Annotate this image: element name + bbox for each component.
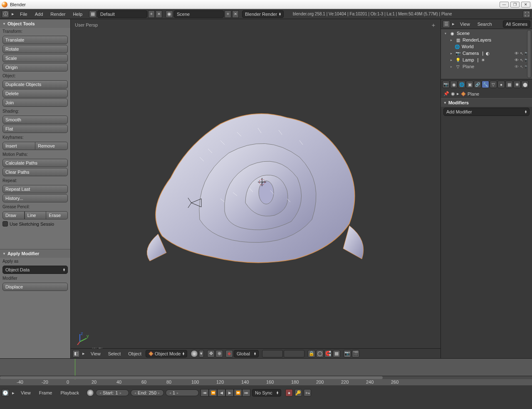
object-menu[interactable]: Object: [125, 350, 145, 357]
timeline-scrollbar[interactable]: [0, 376, 383, 379]
snap-type-icon[interactable]: ▦: [333, 350, 340, 357]
collapse-icon[interactable]: ▸: [81, 350, 87, 357]
keying-dropdown-icon[interactable]: 🗝: [304, 389, 311, 397]
menu-help[interactable]: Help: [69, 10, 86, 18]
close-button[interactable]: ✕: [521, 2, 530, 7]
play-button[interactable]: ▶: [225, 389, 234, 397]
smooth-button[interactable]: Smooth: [2, 116, 68, 124]
current-frame-field[interactable]: ◂1▸: [166, 389, 199, 396]
gp-erase-button[interactable]: Erase: [46, 211, 68, 219]
timeline-view-menu[interactable]: View: [17, 389, 34, 397]
autokey-icon[interactable]: ●: [285, 389, 293, 397]
gp-draw-button[interactable]: Draw: [2, 211, 25, 219]
marker-icon[interactable]: ⏱: [87, 389, 94, 397]
outliner-type-icon[interactable]: ☰: [443, 20, 450, 28]
scene-dropdown[interactable]: Scene: [174, 10, 224, 18]
remove-keyframe-button[interactable]: Remove: [35, 142, 68, 150]
delete-button[interactable]: Delete: [2, 89, 68, 98]
menu-render[interactable]: Render: [47, 10, 69, 18]
tab-object[interactable]: ▣: [466, 81, 473, 88]
outliner-filter-dropdown[interactable]: All Scenes: [503, 20, 530, 28]
tab-material[interactable]: ●: [497, 81, 505, 88]
minimize-button[interactable]: —: [500, 2, 509, 7]
lock-camera-icon[interactable]: 🔒: [308, 350, 315, 357]
origin-button[interactable]: Origin: [2, 63, 68, 71]
timeline-collapse-icon[interactable]: ▸: [11, 389, 16, 397]
jump-end-button[interactable]: ⏭: [242, 389, 250, 397]
opengl-render-icon[interactable]: 📷: [344, 350, 351, 357]
gp-line-button[interactable]: Line: [25, 211, 47, 219]
delete-scene-button[interactable]: ✕: [232, 10, 239, 18]
apply-modifier-header[interactable]: Apply Modifier: [0, 249, 70, 258]
layers-grid-2[interactable]: [284, 350, 304, 357]
keyframe-next-button[interactable]: ⏩: [234, 389, 242, 397]
sync-dropdown[interactable]: No Sync▴▾: [252, 389, 281, 397]
tab-physics[interactable]: ⬤: [521, 81, 529, 88]
orientation-dropdown[interactable]: Global▴▾: [234, 350, 259, 357]
collapse-menus-icon[interactable]: ▸: [10, 10, 16, 18]
delete-layout-button[interactable]: ✕: [156, 10, 162, 18]
keying-set-icon[interactable]: 🔑: [294, 389, 302, 397]
clear-paths-button[interactable]: Clear Paths: [2, 168, 68, 176]
jump-start-button[interactable]: ⏮: [200, 389, 209, 397]
start-frame-field[interactable]: ◂Start: 1▸: [96, 389, 129, 396]
pivot-individual-icon[interactable]: ⊕: [215, 350, 223, 357]
opengl-anim-icon[interactable]: 🎬: [352, 350, 359, 357]
manipulator-icon[interactable]: ◆: [225, 350, 233, 357]
play-reverse-button[interactable]: ◀: [217, 389, 225, 397]
apply-as-dropdown[interactable]: Object Data▴▾: [2, 266, 68, 274]
maximize-button[interactable]: ❐: [510, 2, 520, 7]
tab-particles[interactable]: ✱: [513, 81, 521, 88]
outliner-view-menu[interactable]: View: [457, 20, 473, 28]
outliner-lamp-row[interactable]: ▸💡Lamp|☀👁↖📷: [443, 57, 530, 63]
view-menu[interactable]: View: [87, 350, 104, 357]
tab-modifiers[interactable]: 🔧: [482, 81, 489, 88]
render-engine-dropdown[interactable]: Blender Render▴▾: [242, 10, 284, 18]
viewport-plus-icon[interactable]: ＋: [431, 22, 436, 29]
add-scene-button[interactable]: +: [225, 10, 231, 18]
select-menu[interactable]: Select: [105, 350, 124, 357]
timeline-type-icon[interactable]: 🕐: [2, 389, 9, 397]
tab-render[interactable]: 📷: [442, 81, 450, 88]
outliner-scene-row[interactable]: ▾◉Scene: [443, 30, 530, 37]
outliner-renderlayers-row[interactable]: ▸▥RenderLayers|: [443, 37, 530, 43]
shading-dropdown-icon[interactable]: ▾: [199, 350, 204, 357]
screen-layout-dropdown[interactable]: Default: [97, 10, 147, 18]
tab-scene[interactable]: ◉: [450, 81, 458, 88]
pin-icon[interactable]: 📌: [443, 91, 449, 96]
flat-button[interactable]: Flat: [2, 125, 68, 133]
rotate-button[interactable]: Rotate: [2, 45, 68, 53]
screen-layout-icon[interactable]: ▦: [89, 10, 97, 18]
menu-file[interactable]: File: [17, 10, 31, 18]
outliner-collapse-icon[interactable]: ▸: [451, 20, 456, 28]
add-modifier-dropdown[interactable]: Add Modifier▴▾: [443, 108, 530, 116]
layers-grid[interactable]: [262, 350, 283, 357]
modifier-field[interactable]: Displace: [2, 283, 68, 291]
outliner-tree[interactable]: ▾◉Scene ▸▥RenderLayers| 🌐World ▸📷Camera|…: [441, 29, 532, 79]
calculate-paths-button[interactable]: Calculate Paths: [2, 159, 68, 167]
tab-data[interactable]: ▽: [490, 81, 497, 88]
translate-button[interactable]: Translate: [2, 36, 68, 44]
outliner-plane-row[interactable]: ▸▽Plane👁↖📷: [443, 63, 530, 70]
duplicate-button[interactable]: Duplicate Objects: [2, 80, 68, 89]
editor-type-3dview-icon[interactable]: ◧: [72, 350, 80, 357]
menu-add[interactable]: Add: [32, 10, 47, 18]
timeline-playback-menu[interactable]: Playback: [57, 389, 82, 397]
outliner-camera-row[interactable]: ▸📷Camera|◐👁↖📷: [443, 50, 530, 57]
add-layout-button[interactable]: +: [148, 10, 155, 18]
mode-dropdown[interactable]: Object Mode▴▾: [146, 350, 187, 357]
tab-world[interactable]: 🌐: [458, 81, 465, 88]
snap-icon[interactable]: 🧲: [324, 350, 332, 357]
tab-constraints[interactable]: 🔗: [474, 81, 481, 88]
pivot-icon[interactable]: ✥: [207, 350, 215, 357]
outliner-search-menu[interactable]: Search: [474, 20, 495, 28]
scene-icon[interactable]: ◉: [166, 10, 173, 18]
repeat-last-button[interactable]: Repeat Last: [2, 185, 68, 193]
keyframe-prev-button[interactable]: ⏪: [209, 389, 217, 397]
editor-type-icon[interactable]: ⓘ: [2, 10, 9, 18]
fullscreen-button[interactable]: ⛶: [523, 10, 530, 18]
viewport-shading-icon[interactable]: ●: [191, 350, 198, 357]
object-tools-header[interactable]: Object Tools: [0, 19, 70, 28]
timeline-frame-menu[interactable]: Frame: [36, 389, 56, 397]
modifiers-panel-header[interactable]: Modifiers: [441, 98, 532, 107]
